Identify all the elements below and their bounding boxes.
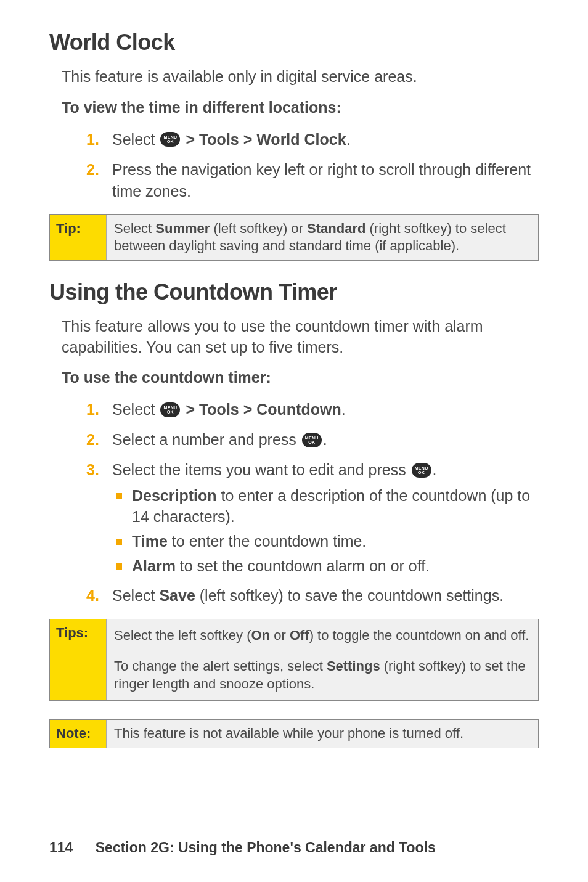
step-text-pre: Select	[112, 587, 159, 604]
step-2: 2. Press the navigation key left or righ…	[86, 159, 539, 202]
menu-ok-icon: MENUOK	[302, 433, 322, 447]
bullet-description: Description to enter a description of th…	[112, 486, 539, 528]
tips-body: Select the left softkey (On or Off) to t…	[107, 619, 538, 700]
tips-callout: Tips: Select the left softkey (On or Off…	[49, 619, 539, 701]
step-text-end: .	[341, 401, 346, 418]
subhead-countdown: To use the countdown timer:	[62, 369, 539, 386]
page-footer: 114 Section 2G: Using the Phone's Calend…	[49, 839, 436, 856]
menu-ok-icon: MENUOK	[160, 402, 180, 417]
bullet-list: Description to enter a description of th…	[112, 486, 539, 576]
step-1: 1. Select MENUOK > Tools > Countdown.	[86, 399, 539, 420]
step-2: 2. Select a number and press MENUOK.	[86, 429, 539, 451]
intro-countdown: This feature allows you to use the count…	[62, 316, 539, 358]
step-text: Press the navigation key left or right t…	[112, 161, 531, 200]
step-4: 4. Select Save (left softkey) to save th…	[86, 585, 539, 606]
step-number: 1.	[86, 399, 99, 420]
step-text-pre: Select	[112, 131, 159, 148]
step-text-bold: > Tools > Countdown	[181, 401, 341, 418]
tip-callout: Tip: Select Summer (left softkey) or Sta…	[49, 214, 539, 261]
heading-world-clock: World Clock	[49, 30, 539, 55]
tips-label: Tips:	[50, 619, 107, 700]
step-text-end: .	[346, 131, 351, 148]
step-text-end: .	[323, 431, 327, 448]
bullet-time: Time to enter the countdown time.	[112, 531, 539, 552]
tip-body: Select Summer (left softkey) or Standard…	[107, 215, 538, 260]
bullet-alarm: Alarm to set the countdown alarm on or o…	[112, 556, 539, 577]
page-number: 114	[49, 839, 73, 855]
heading-countdown: Using the Countdown Timer	[49, 279, 539, 305]
step-text-post: (left softkey) to save the countdown set…	[195, 587, 504, 604]
intro-text: This feature is available only in digita…	[62, 67, 539, 88]
steps-world-clock: 1. Select MENUOK > Tools > World Clock. …	[86, 129, 539, 202]
step-1: 1. Select MENUOK > Tools > World Clock.	[86, 129, 539, 150]
menu-ok-icon: MENUOK	[412, 463, 431, 478]
note-label: Note:	[50, 720, 107, 748]
step-text-end: .	[433, 461, 437, 478]
note-body: This feature is not available while your…	[107, 720, 538, 748]
step-number: 4.	[86, 585, 99, 606]
step-number: 1.	[86, 129, 99, 150]
footer-text: Section 2G: Using the Phone's Calendar a…	[96, 839, 436, 855]
step-number: 2.	[86, 159, 99, 181]
steps-countdown: 1. Select MENUOK > Tools > Countdown. 2.…	[86, 399, 539, 606]
tips-row-1: Select the left softkey (On or Off) to t…	[114, 624, 531, 647]
step-text-pre: Select the items you want to edit and pr…	[112, 461, 410, 478]
step-text-bold: > Tools > World Clock	[181, 131, 346, 148]
step-number: 2.	[86, 429, 99, 451]
note-callout: Note: This feature is not available whil…	[49, 719, 539, 748]
tips-row-2: To change the alert settings, select Set…	[114, 651, 531, 695]
step-number: 3.	[86, 459, 99, 481]
menu-ok-icon: MENUOK	[160, 132, 180, 147]
tip-label: Tip:	[50, 215, 107, 260]
step-3: 3. Select the items you want to edit and…	[86, 459, 539, 576]
step-text-pre: Select a number and press	[112, 431, 301, 448]
step-text-pre: Select	[112, 401, 159, 418]
subhead-view-time: To view the time in different locations:	[62, 99, 539, 116]
step-text-bold: Save	[159, 587, 195, 604]
